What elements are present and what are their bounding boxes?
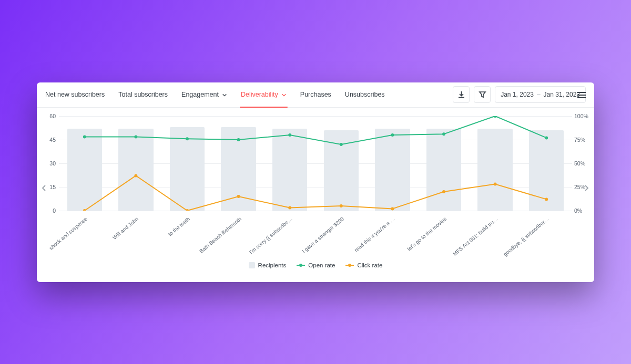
recipients-bar[interactable]: [67, 129, 102, 211]
bar-slot: [418, 116, 470, 211]
tab-label: Deliverability: [241, 91, 278, 98]
bar-slot: [316, 116, 367, 211]
y-left-tick: 45: [43, 137, 56, 143]
y-left-tick: 30: [43, 160, 56, 167]
card-menu-button[interactable]: [573, 87, 590, 103]
tab-label: Engagement: [181, 91, 219, 98]
topbar: Net new subscribers Total subscribers En…: [37, 82, 594, 108]
analytics-card: Net new subscribers Total subscribers En…: [37, 82, 594, 282]
date-range-picker[interactable]: Jan 1, 2023 – Jan 31, 2023: [495, 86, 586, 103]
recipients-bar[interactable]: [426, 129, 461, 211]
legend-swatch: [345, 265, 354, 266]
bar-slot: [264, 116, 316, 211]
filter-icon: [479, 91, 486, 99]
legend-item-click-rate[interactable]: Click rate: [345, 262, 382, 268]
legend-label: Recipients: [258, 262, 287, 268]
x-axis-labels: shock and suspenseWill and Johnto the te…: [59, 213, 572, 260]
legend-item-open-rate[interactable]: Open rate: [297, 262, 335, 268]
legend-swatch: [297, 265, 305, 266]
tab-strip: Net new subscribers Total subscribers En…: [45, 82, 449, 107]
tab-label: Total subscribers: [118, 91, 168, 98]
gridline: [59, 211, 572, 211]
tab-deliverability[interactable]: Deliverability: [241, 82, 287, 107]
legend-label: Open rate: [308, 262, 335, 268]
legend: Recipients Open rate Click rate: [56, 262, 575, 268]
bar-slot: [213, 116, 264, 211]
recipients-bar[interactable]: [477, 129, 512, 211]
recipients-bar[interactable]: [118, 129, 153, 211]
tab-unsubscribes[interactable]: Unsubscribes: [345, 82, 385, 107]
chevron-down-icon: [222, 92, 227, 97]
tab-engagement[interactable]: Engagement: [181, 82, 227, 107]
date-start: Jan 1, 2023: [501, 91, 534, 98]
y-right-tick: 75%: [574, 137, 591, 143]
date-dash: –: [537, 91, 541, 98]
tab-label: Net new subscribers: [45, 91, 105, 98]
tab-label: Purchases: [300, 91, 331, 98]
chart-area: 0153045600%25%50%75%100% shock and suspe…: [37, 108, 594, 268]
menu-icon: [577, 91, 586, 99]
tab-net-new[interactable]: Net new subscribers: [45, 82, 105, 107]
recipients-bar[interactable]: [324, 130, 359, 211]
tab-total[interactable]: Total subscribers: [118, 82, 168, 107]
bar-slot: [470, 116, 521, 211]
download-button[interactable]: [453, 86, 470, 103]
recipients-bar[interactable]: [529, 130, 564, 211]
bar-slot: [59, 116, 110, 211]
download-icon: [457, 91, 465, 99]
filter-button[interactable]: [474, 86, 491, 103]
tab-purchases[interactable]: Purchases: [300, 82, 331, 107]
bar-slot: [367, 116, 419, 211]
y-right-tick: 0%: [574, 207, 591, 214]
chevron-down-icon: [281, 92, 287, 97]
y-left-tick: 60: [43, 113, 56, 119]
legend-swatch: [249, 262, 255, 268]
bar-slot: [521, 116, 572, 211]
y-right-tick: 50%: [574, 160, 591, 167]
recipients-bar[interactable]: [272, 129, 307, 211]
tab-label: Unsubscribes: [345, 91, 385, 98]
y-left-tick: 0: [43, 207, 56, 214]
legend-label: Click rate: [357, 262, 382, 268]
bar-slot: [161, 116, 213, 211]
recipients-bar[interactable]: [170, 127, 205, 211]
legend-item-recipients[interactable]: Recipients: [249, 262, 287, 268]
bar-slot: [110, 116, 162, 211]
y-left-tick: 15: [43, 184, 56, 190]
recipients-bar[interactable]: [221, 127, 256, 211]
recipients-bar[interactable]: [375, 129, 410, 211]
y-right-tick: 100%: [574, 113, 591, 119]
